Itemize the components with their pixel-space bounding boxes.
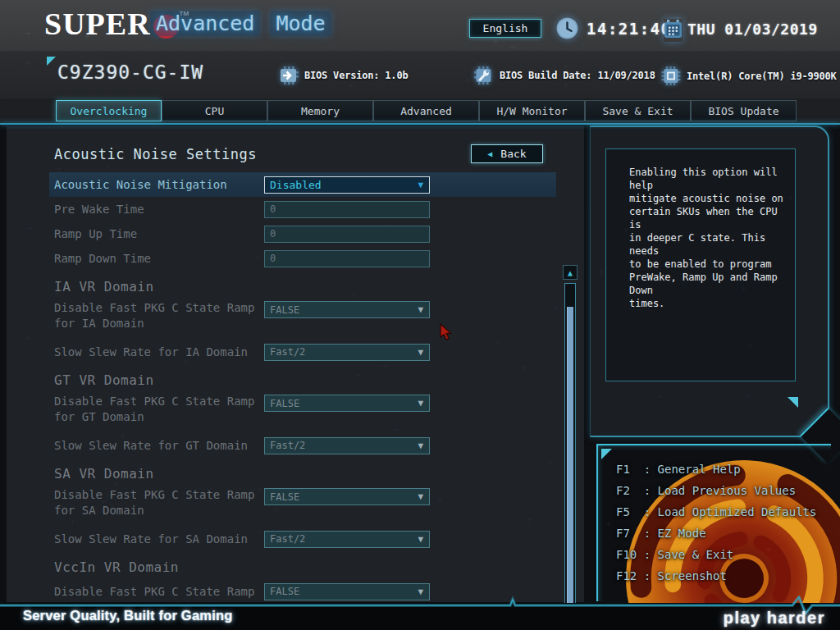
help-text: Enabling this option will help mitigate … [629, 166, 788, 310]
bios-build-date-item: BIOS Build Date: 11/09/2018 [474, 66, 655, 84]
value-dropdown[interactable]: FALSE▼ [264, 488, 430, 505]
value-dropdown[interactable]: Fast/2▼ [264, 344, 430, 361]
hotkey-f5: F5 : Load Optimized Defaults [616, 501, 816, 523]
setting-label-line: Slow Slew Rate for SA Domain [54, 532, 264, 547]
field-value: Fast/2 [265, 533, 305, 545]
section-header: SA VR Domain [49, 458, 556, 486]
chip-arrow-icon [279, 66, 299, 84]
setting-row-ramp-up-time: Ramp Up Time0 [49, 221, 556, 246]
help-panel: Enabling this option will help mitigate … [590, 126, 829, 437]
tab-bios-update[interactable]: BIOS Update [691, 100, 797, 121]
setting-label-line: for SA Domain [54, 503, 264, 518]
setting-label: Ramp Down Time [54, 251, 264, 267]
top-bar: SUPER TM AdvancedMode English 14:21:40 T… [0, 0, 840, 51]
setting-label: Slow Slew Rate for GT Domain [54, 438, 264, 454]
dropdown-arrow-icon: ▼ [418, 441, 423, 451]
setting-label-line: for IA Domain [54, 316, 264, 331]
back-arrow-icon: ◀ [487, 149, 492, 158]
setting-row-pre-wake-time: Pre Wake Time0 [49, 197, 556, 221]
date-display: THU 01/03/2019 [687, 21, 818, 38]
tab-cpu[interactable]: CPU [162, 100, 267, 121]
main-region: Acoustic Noise Settings ◀ Back Acoustic … [0, 125, 840, 603]
value-input[interactable]: 0 [264, 226, 430, 243]
dropdown-arrow-icon: ▼ [418, 180, 423, 190]
bios-version-label: BIOS Version: 1.0b [304, 70, 408, 81]
setting-label-line: Pre Wake Time [54, 202, 264, 217]
tab-save-exit[interactable]: Save & Exit [585, 100, 691, 121]
setting-label-line: for GT Domain [54, 409, 264, 425]
tab-label: Overclocking [71, 105, 148, 117]
field-value: FALSE [265, 398, 299, 409]
model-corner-triangle-icon [47, 57, 56, 66]
settings-rows: Acoustic Noise Settings ◀ Back Acoustic … [7, 126, 584, 602]
value-input[interactable]: 0 [264, 201, 430, 218]
dropdown-arrow-icon: ▼ [418, 491, 423, 502]
tab-label: Advanced [400, 105, 452, 117]
setting-label-line: Ramp Down Time [54, 251, 264, 267]
scrollbar-track[interactable] [564, 283, 576, 630]
setting-label-line: Disable Fast PKG C State Ramp [54, 394, 264, 409]
mode-word: Advanced [150, 11, 260, 36]
panel-header-row: Acoustic Noise Settings ◀ Back [49, 146, 556, 172]
setting-label: Slow Slew Rate for IA Domain [54, 345, 264, 360]
setting-label: Pre Wake Time [54, 202, 264, 217]
dropdown-arrow-icon: ▼ [418, 398, 423, 409]
play-harder-logo: play harder [724, 609, 825, 628]
setting-label-line: Disable Fast PKG C State Ramp [54, 300, 264, 316]
value-dropdown[interactable]: FALSE▼ [264, 395, 430, 412]
field-value: 0 [265, 253, 276, 264]
plus-decoration: + [25, 27, 32, 39]
scrollbar-thumb[interactable] [567, 307, 573, 604]
setting-label: Disable Fast PKG C State Rampfor GT Doma… [54, 392, 264, 425]
value-dropdown[interactable]: Fast/2▼ [264, 437, 430, 454]
scroll-up-button[interactable]: ▲ [563, 265, 578, 280]
back-button[interactable]: ◀ Back [471, 144, 543, 163]
plus-decoration: + [605, 518, 612, 530]
setting-row-disable-fast-pkg-c-state-rampfor-ia-domain: Disable Fast PKG C State Rampfor IA Doma… [49, 299, 556, 340]
hotkey-list: F1 : General HelpF2 : Load Previous Valu… [616, 459, 816, 587]
hotkey-f1: F1 : General Help [616, 459, 816, 480]
tab-advanced[interactable]: Advanced [373, 100, 479, 121]
bios-version-item: BIOS Version: 1.0b [279, 66, 408, 84]
info-bar: C9Z390-CG-IW BIOS Version: 1.0b BIOS [0, 51, 840, 98]
tab-bar: OverclockingCPUMemoryAdvancedH/W Monitor… [0, 98, 840, 123]
setting-label: Disable Fast PKG C State Rampfor SA Doma… [54, 486, 264, 518]
tab-label: Memory [301, 105, 340, 117]
footer-tagline: Server Quality, Built for Gaming [23, 608, 232, 623]
plus-decoration: + [598, 266, 605, 278]
value-dropdown[interactable]: Disabled▼ [264, 176, 430, 194]
section-label: IA VR Domain [54, 279, 154, 294]
cpu-model-item: Intel(R) Core(TM) i9-9900K [661, 66, 837, 85]
help-corner-triangle-icon [788, 397, 798, 408]
tab-label: BIOS Update [708, 105, 778, 117]
plus-decoration: + [656, 390, 663, 403]
field-value: FALSE [265, 304, 299, 316]
setting-row-ramp-down-time: Ramp Down Time0 [49, 246, 556, 271]
tab-h-w-monitor[interactable]: H/W Monitor [479, 100, 585, 121]
tab-overclocking[interactable]: Overclocking [56, 100, 162, 121]
section-header: IA VR Domain [49, 271, 556, 299]
scroll-up-icon: ▲ [568, 268, 573, 277]
setting-label-line: Acoustic Noise Mitigation [54, 177, 264, 193]
field-value: FALSE [265, 491, 299, 503]
value-dropdown[interactable]: FALSE▼ [264, 301, 430, 318]
value-input[interactable]: 0 [264, 250, 430, 267]
setting-row-disable-fast-pkg-c-state-rampfor-sa-domain: Disable Fast PKG C State Rampfor SA Doma… [49, 486, 556, 527]
section-header: GT VR Domain [49, 364, 556, 392]
plus-decoration: + [744, 390, 751, 402]
setting-label-line: Ramp Up Time [54, 226, 264, 242]
tab-label: H/W Monitor [496, 105, 567, 117]
setting-label-line: Disable Fast PKG C State Ramp [54, 487, 264, 503]
setting-label: Acoustic Noise Mitigation [54, 177, 264, 193]
value-dropdown[interactable]: Fast/2▼ [264, 531, 430, 548]
tab-memory[interactable]: Memory [267, 100, 373, 121]
section-label: GT VR Domain [54, 372, 154, 388]
setting-row-slow-slew-rate-for-gt-domain: Slow Slew Rate for GT DomainFast/2▼ [49, 433, 556, 458]
dropdown-arrow-icon: ▼ [418, 347, 423, 358]
plus-decoration: + [25, 57, 32, 70]
language-button[interactable]: English [469, 19, 541, 38]
bios-build-date-label: BIOS Build Date: 11/09/2018 [500, 70, 655, 81]
page-title: Acoustic Noise Settings [54, 146, 257, 162]
dropdown-arrow-icon: ▼ [418, 534, 423, 545]
field-value: 0 [265, 203, 276, 215]
